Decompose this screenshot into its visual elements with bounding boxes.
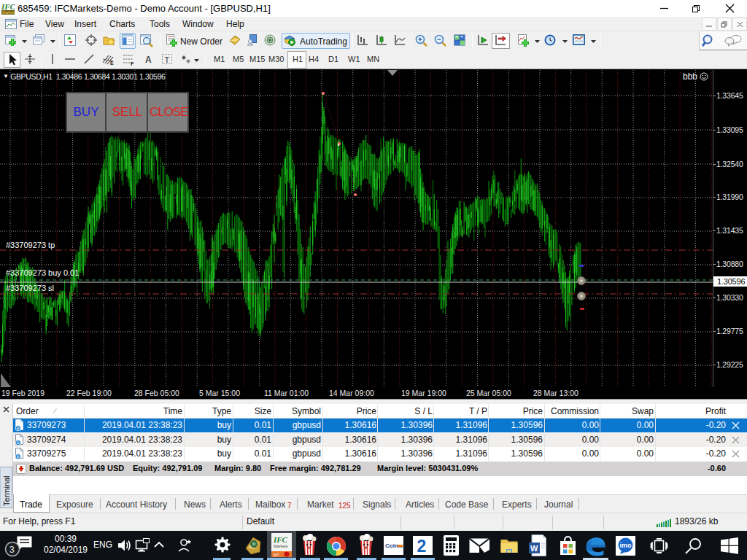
svg-text:E: E [110, 61, 114, 66]
svg-text:W: W [530, 544, 538, 553]
svg-text:2: 2 [417, 537, 427, 556]
svg-text:3: 3 [9, 545, 15, 555]
svg-text:Terminal: Terminal [2, 475, 11, 506]
svg-text:MT: MT [274, 553, 280, 557]
svg-text:IFC: IFC [273, 535, 288, 544]
svg-text:F: F [131, 61, 134, 66]
svg-text:T: T [165, 55, 170, 64]
svg-text:Markets: Markets [2, 10, 15, 15]
svg-text:imo: imo [620, 542, 632, 549]
svg-text:Markets: Markets [274, 544, 288, 548]
